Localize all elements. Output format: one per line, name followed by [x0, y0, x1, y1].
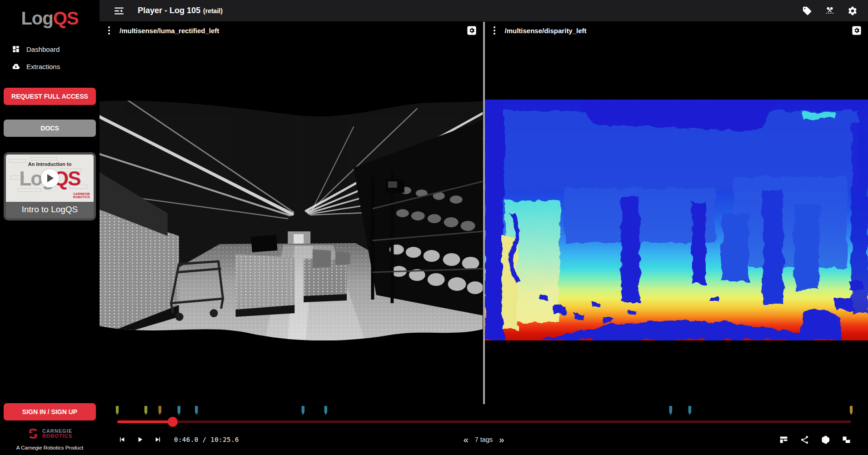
timeline-played — [117, 420, 173, 423]
sidebar-item-label: Dashboard — [26, 45, 60, 53]
timeline-tag-marker[interactable] — [688, 406, 691, 415]
panel-settings-icon[interactable] — [852, 25, 862, 35]
timeline[interactable] — [117, 406, 851, 426]
intro-video-caption: Intro to LogQS — [6, 202, 94, 218]
previous-tag-icon[interactable]: « — [464, 435, 469, 444]
skip-previous-button[interactable] — [116, 434, 128, 445]
transport-buttons: 0:46.0 / 10:25.6 — [116, 434, 239, 445]
logo-text-gray: Log — [21, 8, 53, 28]
skip-next-icon — [155, 436, 162, 443]
transport-bar: 0:46.0 / 10:25.6 « 7 tags » — [100, 404, 868, 455]
time-display: 0:46.0 / 10:25.6 — [174, 436, 239, 443]
panel-settings-icon[interactable] — [467, 25, 477, 35]
trim-icon[interactable] — [824, 5, 835, 16]
play-video-icon[interactable] — [41, 169, 59, 187]
logqs-logo: LogQS — [4, 8, 96, 29]
tag-icon[interactable] — [802, 5, 813, 16]
top-bar: Player - Log 105(retail) — [100, 0, 868, 22]
panel-menu-icon[interactable] — [490, 25, 499, 35]
signal-step-icon[interactable] — [841, 434, 852, 445]
panel-menu-icon[interactable] — [105, 25, 113, 35]
panel-topic-title: /multisense/disparity_left — [505, 27, 587, 35]
main-area: Player - Log 105(retail) — [100, 0, 868, 455]
topbar-actions — [802, 5, 858, 16]
timeline-track[interactable] — [117, 420, 851, 423]
next-tag-icon[interactable]: » — [499, 435, 504, 444]
product-tagline: A Carnegie Robotics Product — [4, 445, 96, 450]
panel-luma-viewport[interactable] — [100, 39, 483, 404]
app-window: LogQS Dashboard Extractions REQUEST FULL… — [0, 0, 868, 455]
sign-in-button[interactable]: SIGN IN / SIGN UP — [4, 403, 96, 420]
sidebar-item-dashboard[interactable]: Dashboard — [4, 40, 96, 58]
playback-controls: 0:46.0 / 10:25.6 « 7 tags » — [100, 428, 868, 451]
layout-icon[interactable] — [778, 434, 789, 445]
page-title-suffix: (retail) — [203, 7, 223, 15]
intro-video-thumbnail[interactable]: An Introduction to LogQS CARNEGIE ROBOTI… — [6, 155, 94, 202]
sidebar-item-extractions[interactable]: Extractions — [4, 58, 96, 75]
carnegie-robotics-wordmark: CARNEGIE ROBOTICS — [42, 429, 72, 439]
play-button[interactable] — [134, 434, 146, 445]
timeline-tag-marker[interactable] — [158, 406, 161, 415]
footer-right-actions — [778, 434, 852, 445]
request-full-access-button[interactable]: REQUEST FULL ACCESS — [4, 88, 96, 105]
timeline-thumb[interactable] — [168, 417, 178, 427]
luma-image — [100, 100, 483, 340]
carnegie-robotics-logo: CARNEGIE ROBOTICS — [4, 428, 96, 440]
timeline-tag-marker[interactable] — [850, 406, 853, 415]
docs-button[interactable]: DOCS — [4, 120, 96, 137]
panel-luma-header: /multisense/luma_rectified_left — [100, 22, 483, 39]
thumbnail-brand: CARNEGIE ROBOTICS — [73, 192, 90, 199]
skip-next-button[interactable] — [152, 434, 164, 445]
timeline-tag-marker[interactable] — [324, 406, 327, 415]
disparity-image — [485, 100, 868, 340]
logo-text-red: QS — [53, 8, 79, 28]
timeline-tag-marker[interactable] — [144, 406, 147, 415]
timeline-tag-marker[interactable] — [669, 406, 672, 415]
dashboard-icon — [12, 45, 20, 53]
share-icon[interactable] — [799, 434, 810, 445]
cloud-download-icon — [12, 62, 20, 70]
skip-previous-icon — [118, 436, 125, 443]
sidebar-item-label: Extractions — [26, 63, 60, 70]
timeline-tag-marker[interactable] — [195, 406, 198, 415]
timeline-tag-marker[interactable] — [177, 406, 180, 415]
timeline-tag-marker[interactable] — [116, 406, 119, 415]
timeline-tag-marker[interactable] — [301, 406, 304, 415]
sidebar-spacer — [4, 220, 96, 403]
settings-icon[interactable] — [847, 5, 858, 16]
panel-disparity: /multisense/disparity_left — [483, 22, 868, 404]
panel-disparity-viewport[interactable] — [485, 39, 868, 404]
tags-count-label: 7 tags — [475, 436, 493, 443]
page-title: Player - Log 105(retail) — [138, 6, 223, 15]
tags-navigation: « 7 tags » — [464, 435, 504, 444]
panel-disparity-header: /multisense/disparity_left — [485, 22, 868, 39]
panel-topic-title: /multisense/luma_rectified_left — [120, 27, 219, 35]
player-panels: /multisense/luma_rectified_left — [100, 22, 868, 404]
thumbnail-intro-text: An Introduction to — [6, 161, 94, 167]
carnegie-robotics-icon — [27, 428, 39, 440]
collapse-menu-icon[interactable] — [113, 5, 125, 17]
intro-video-card[interactable]: An Introduction to LogQS CARNEGIE ROBOTI… — [4, 152, 96, 220]
playback-speed-icon[interactable] — [820, 434, 831, 445]
panel-luma: /multisense/luma_rectified_left — [100, 22, 483, 404]
play-icon — [136, 436, 144, 443]
sidebar: LogQS Dashboard Extractions REQUEST FULL… — [0, 0, 100, 455]
